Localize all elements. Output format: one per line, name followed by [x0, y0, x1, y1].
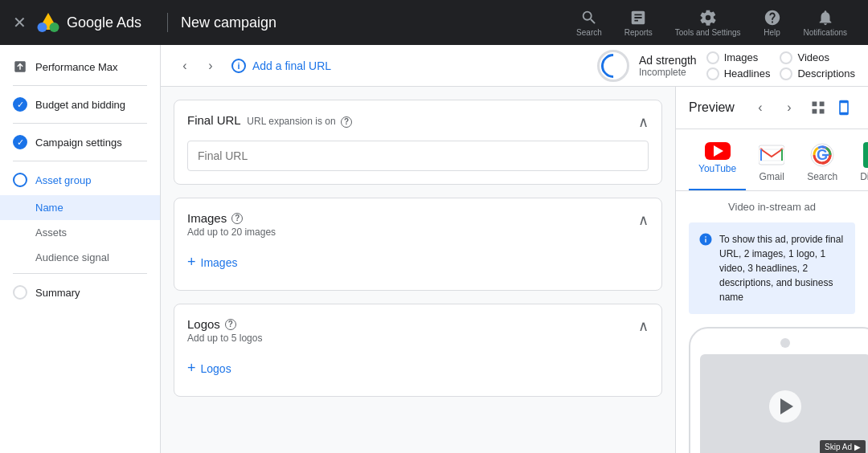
preview-header: Preview ‹ ›: [676, 87, 868, 129]
add-images-label: Images: [201, 256, 238, 269]
channel-tab-search[interactable]: G Search: [797, 136, 847, 190]
preview-next-arrow[interactable]: ›: [778, 96, 800, 119]
preview-mobile-icon[interactable]: [833, 96, 855, 119]
logos-card: Logos ? Add up to 5 logos ∧ + Logos: [174, 304, 662, 397]
url-expansion-info: URL expansion is on ?: [247, 116, 352, 127]
sub-item-audience-signal[interactable]: Audience signal: [0, 245, 160, 270]
info-box-icon: [698, 232, 713, 247]
logos-card-header[interactable]: Logos ? Add up to 5 logos ∧: [174, 304, 661, 353]
preview-info-box: To show this ad, provide final URL, 2 im…: [689, 222, 855, 314]
preview-panel: Preview ‹ ›: [675, 87, 868, 453]
final-url-card-header[interactable]: Final URL URL expansion is on ? ∧: [174, 100, 661, 141]
ad-asset-videos: Videos: [780, 51, 855, 64]
sidebar-item-budget-bidding[interactable]: ✓ Budget and bidding: [0, 89, 160, 120]
channel-tab-display[interactable]: Display: [850, 136, 868, 190]
add-url-info-icon: i: [231, 59, 246, 73]
add-logos-label: Logos: [201, 362, 231, 375]
notifications-nav-button[interactable]: Notifications: [796, 6, 855, 40]
add-logos-button[interactable]: + Logos: [187, 353, 649, 383]
gmail-tab-label: Gmail: [759, 171, 784, 182]
ad-asset-descriptions: Descriptions: [780, 67, 855, 80]
sidebar-item-performance-max[interactable]: Performance Max: [0, 51, 160, 82]
sub-item-assets[interactable]: Assets: [0, 220, 160, 245]
help-nav-label: Help: [764, 28, 780, 37]
nav-actions: Search Reports Tools and Settings Help N…: [568, 6, 855, 40]
performance-max-icon: [13, 59, 27, 74]
prev-arrow[interactable]: ‹: [174, 55, 196, 77]
final-url-header-text: Final URL URL expansion is on ?: [187, 113, 352, 128]
final-url-input[interactable]: [187, 141, 649, 171]
sidebar-campaign-settings-label: Campaign settings: [35, 137, 122, 149]
search-nav-button[interactable]: Search: [568, 6, 610, 40]
images-title: Images: [187, 211, 227, 225]
svg-point-1: [50, 22, 59, 32]
next-arrow[interactable]: ›: [199, 55, 222, 77]
nav-arrows: ‹ ›: [174, 55, 222, 77]
ad-strength-circle: [597, 50, 629, 82]
asset-group-active-icon: [13, 173, 27, 187]
images-title-row: Images ?: [187, 211, 276, 225]
preview-title: Preview: [689, 100, 749, 115]
sidebar-summary-label: Summary: [35, 287, 80, 299]
images-card-body: + Images: [174, 247, 661, 290]
sidebar-budget-label: Budget and bidding: [35, 99, 125, 111]
close-icon[interactable]: ✕: [13, 13, 27, 32]
display-channel-icon: [863, 142, 868, 168]
video-placeholder: Skip Ad ▶: [700, 354, 868, 453]
images-card: Images ? Add up to 20 images ∧ + Images: [174, 198, 662, 291]
sub-items: Name Assets Audience signal: [0, 195, 160, 270]
add-url-label[interactable]: Add a final URL: [252, 59, 597, 72]
ad-strength-area: Ad strength Incomplete Images Headlines: [597, 50, 855, 82]
phone-mockup: Skip Ad ▶ Headline www.example.com LEARN…: [689, 327, 868, 453]
play-triangle-icon: [780, 398, 793, 414]
svg-point-2: [38, 22, 47, 32]
notifications-nav-label: Notifications: [804, 28, 847, 37]
logos-chevron-icon: ∧: [638, 317, 649, 335]
campaign-settings-completed-icon: ✓: [13, 135, 27, 149]
add-images-plus-icon: +: [187, 254, 196, 271]
sidebar-divider-4: [13, 273, 147, 274]
sidebar-item-campaign-settings[interactable]: ✓ Campaign settings: [0, 127, 160, 157]
channel-tab-youtube[interactable]: YouTube: [689, 136, 746, 190]
form-panel: Final URL URL expansion is on ? ∧: [161, 87, 675, 453]
ad-assets: Images Headlines: [706, 51, 771, 80]
svg-rect-9: [863, 142, 868, 168]
logos-card-body: + Logos: [174, 353, 661, 396]
ad-strength-text: Ad strength Incomplete: [639, 54, 697, 78]
tools-nav-button[interactable]: Tools and Settings: [667, 6, 749, 40]
ad-asset-images: Images: [706, 51, 771, 64]
sidebar-divider-3: [13, 161, 147, 161]
final-url-title: Final URL URL expansion is on ?: [187, 113, 352, 128]
images-asset-circle: [706, 51, 719, 64]
preview-nav: ‹ ›: [749, 96, 855, 119]
logos-info-icon: ?: [225, 319, 236, 330]
ad-assets-2: Videos Descriptions: [780, 51, 855, 80]
google-search-channel-icon: G: [809, 142, 835, 168]
reports-nav-button[interactable]: Reports: [616, 6, 661, 40]
images-card-header[interactable]: Images ? Add up to 20 images ∧: [174, 198, 661, 247]
sidebar-item-summary[interactable]: Summary: [0, 277, 160, 308]
ad-asset-headlines: Headlines: [706, 67, 771, 80]
images-header-text: Images ? Add up to 20 images: [187, 211, 276, 238]
youtube-channel-icon: [705, 142, 731, 160]
gmail-channel-icon: [759, 142, 784, 168]
help-nav-button[interactable]: Help: [755, 6, 789, 40]
content-top-bar: ‹ › i Add a final URL Ad strength Incomp…: [161, 45, 868, 87]
preview-grid-icon[interactable]: [807, 96, 829, 119]
youtube-play-icon: [714, 145, 723, 157]
sidebar-performance-max-label: Performance Max: [35, 61, 118, 73]
logos-title: Logos: [187, 317, 220, 331]
search-tab-label: Search: [807, 171, 837, 182]
content-area: ‹ › i Add a final URL Ad strength Incomp…: [161, 45, 868, 453]
sub-item-name[interactable]: Name: [0, 195, 160, 220]
headlines-asset-circle: [706, 67, 719, 80]
preview-prev-arrow[interactable]: ‹: [749, 96, 772, 119]
budget-completed-icon: ✓: [13, 97, 27, 112]
sidebar-item-asset-group[interactable]: Asset group: [0, 165, 160, 195]
add-images-button[interactable]: + Images: [187, 247, 649, 277]
skip-ad-button[interactable]: Skip Ad ▶: [820, 440, 866, 453]
add-logos-plus-icon: +: [187, 360, 196, 377]
campaign-title: New campaign: [181, 14, 276, 31]
channel-tab-gmail[interactable]: Gmail: [749, 136, 794, 190]
search-nav-label: Search: [576, 28, 602, 37]
